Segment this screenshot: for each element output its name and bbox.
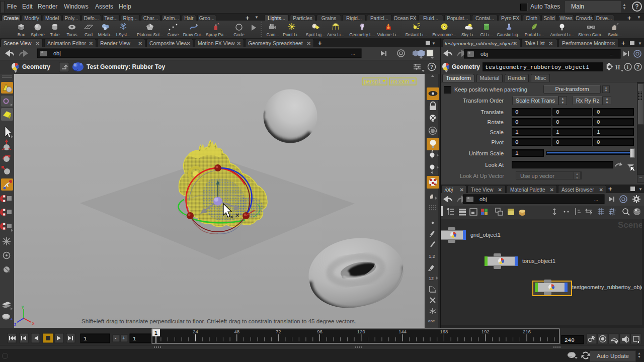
svg-text:216: 216 — [523, 329, 531, 334]
svg-text:testgeometry_rubbertoy_object1: testgeometry_rubbertoy_object1 — [485, 64, 589, 70]
svg-text:240: 240 — [565, 337, 575, 343]
svg-text:obj: obj — [479, 196, 487, 202]
svg-text:144: 144 — [398, 329, 407, 334]
svg-text:z: z — [11, 316, 13, 321]
svg-text:Shift+left-drag to translate p: Shift+left-drag to translate perpendicul… — [82, 318, 356, 324]
svg-text:72: 72 — [276, 329, 281, 334]
svg-text:...: ... — [351, 51, 355, 56]
svg-text:i: i — [627, 64, 628, 70]
svg-text:obj: obj — [480, 51, 488, 57]
svg-text:Geometry: Geometry — [452, 63, 480, 70]
svg-text:H: H — [615, 64, 620, 71]
svg-text:1: 1 — [133, 336, 136, 342]
svg-text:no cam: no cam — [391, 78, 409, 84]
svg-text:120: 120 — [357, 329, 365, 334]
svg-text:obj: obj — [53, 50, 61, 56]
svg-text:?: ? — [636, 64, 639, 70]
svg-text:...: ... — [594, 197, 598, 202]
svg-text:12: 12 — [429, 276, 434, 281]
svg-text:168: 168 — [440, 329, 448, 334]
svg-text:x: x — [32, 321, 35, 326]
svg-text:24: 24 — [193, 329, 198, 334]
svg-text:1: 1 — [154, 330, 157, 336]
svg-text:Test Geometry: Rubber Toy: Test Geometry: Rubber Toy — [87, 63, 166, 70]
svg-text:persp1: persp1 — [364, 78, 381, 84]
svg-text:Geometry: Geometry — [22, 63, 50, 70]
svg-text:1: 1 — [84, 336, 87, 342]
svg-text:192: 192 — [481, 329, 490, 334]
svg-text:z: z — [14, 322, 17, 327]
svg-text:y: y — [22, 304, 24, 309]
svg-text:-: - — [115, 335, 116, 341]
svg-text:48: 48 — [234, 329, 240, 334]
svg-text:+: + — [122, 335, 125, 341]
svg-text:1,2: 1,2 — [429, 254, 435, 259]
svg-text:abc: abc — [428, 319, 435, 323]
svg-text:...: ... — [610, 51, 614, 56]
svg-text:?: ? — [430, 64, 433, 70]
svg-text:96: 96 — [317, 329, 323, 334]
